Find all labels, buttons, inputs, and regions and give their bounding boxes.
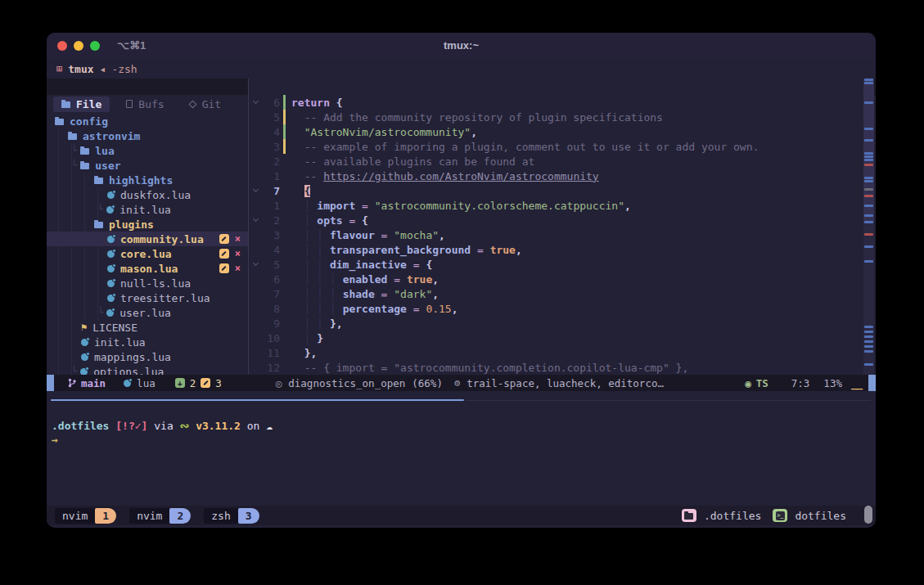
tree-item-core.lua[interactable]: core.lua× bbox=[47, 246, 248, 261]
code-editor[interactable]: 6return {5 -- Add the community reposito… bbox=[249, 79, 863, 375]
code-token: -- Add the community repository of plugi… bbox=[291, 111, 663, 124]
diamond-icon bbox=[188, 100, 196, 108]
code-line[interactable]: 8 │ │ │ percentage = 0.15, bbox=[249, 301, 863, 316]
code-token: , bbox=[432, 288, 439, 300]
code-line[interactable]: 6 │ │ │ enabled = true, bbox=[249, 272, 863, 286]
scroll-mark bbox=[864, 335, 873, 338]
tree-item-highlights[interactable]: highlights bbox=[47, 173, 248, 187]
tree-item-mason.lua[interactable]: mason.lua× bbox=[47, 261, 248, 276]
scrollbar-thumb[interactable] bbox=[863, 79, 874, 223]
modified-badge[interactable] bbox=[219, 249, 229, 259]
code-token: https://github.com/AstroNvim/astrocommun… bbox=[323, 170, 599, 182]
pane-divider-active[interactable] bbox=[51, 399, 464, 401]
code-token bbox=[400, 273, 407, 286]
fold-arrow-icon[interactable] bbox=[249, 263, 262, 265]
tmux-window-2[interactable]: nvim2 bbox=[129, 508, 191, 524]
tree-item-label: core.lua bbox=[120, 248, 172, 260]
code-line[interactable]: 6return { bbox=[249, 95, 863, 110]
explorer-tab-git[interactable]: Git bbox=[181, 97, 229, 112]
tree-item-user.lua[interactable]: └user.lua bbox=[47, 305, 248, 320]
explorer-source-tabs: FileBufsGit bbox=[47, 95, 248, 113]
chevron-down-icon bbox=[252, 187, 258, 192]
code-token: = bbox=[394, 273, 400, 286]
code-line[interactable]: 10 │ } bbox=[249, 331, 863, 345]
tree-item-astronvim[interactable]: astronvim bbox=[47, 128, 248, 143]
tree-item-community.lua[interactable]: community.lua× bbox=[47, 232, 248, 246]
tree-item-plugins[interactable]: plugins bbox=[47, 217, 248, 232]
scrollbar-marks[interactable] bbox=[863, 79, 874, 375]
tree-item-options.lua[interactable]: └options.lua bbox=[47, 364, 248, 375]
code-line[interactable]: 9 │ │ }, bbox=[249, 316, 863, 331]
tmux-status-right: .dotfiles>_dotfiles bbox=[682, 509, 846, 522]
code-line[interactable]: 5 -- Add the community repository of plu… bbox=[249, 110, 863, 124]
code-line[interactable]: 4 │ │ transparent_background = true, bbox=[249, 242, 863, 257]
filetype-label: lua bbox=[137, 377, 156, 389]
tmux-window-1[interactable]: nvim1 bbox=[55, 508, 116, 524]
line-number: 6 bbox=[262, 97, 280, 109]
tree-connector: └ bbox=[71, 160, 77, 171]
tmux-window-list: nvim1nvim2zsh3 bbox=[55, 508, 273, 524]
tmux-window-3[interactable]: zsh3 bbox=[204, 508, 259, 524]
explorer-tab-file[interactable]: File bbox=[53, 97, 110, 112]
code-text: -- { import = "astrocommunity.completion… bbox=[291, 362, 688, 374]
code-token: , bbox=[439, 229, 445, 241]
code-token: }, bbox=[304, 347, 318, 359]
tree-item-config[interactable]: config bbox=[47, 114, 248, 128]
sign-column bbox=[283, 331, 286, 345]
fold-arrow-icon[interactable] bbox=[249, 219, 262, 221]
tree-item-lua[interactable]: └lua bbox=[47, 143, 248, 158]
tree-item-user[interactable]: └user bbox=[47, 158, 248, 173]
buffer-badges: × bbox=[219, 263, 248, 274]
tree-item-duskfox.lua[interactable]: duskfox.lua bbox=[47, 187, 248, 202]
code-line[interactable]: 3 -- example of imporing a plugin, comme… bbox=[249, 139, 863, 154]
code-token: flavour bbox=[330, 229, 375, 241]
code-token: = bbox=[477, 244, 484, 256]
fold-arrow-icon[interactable] bbox=[249, 190, 262, 191]
code-line[interactable]: 12 -- { import = "astrocommunity.complet… bbox=[249, 360, 863, 375]
code-line[interactable]: 1 -- https://github.com/AstroNvim/astroc… bbox=[249, 169, 863, 183]
buffer-badges: × bbox=[219, 233, 248, 245]
code-token: { bbox=[426, 259, 432, 271]
python-icon: ∾ bbox=[180, 419, 190, 432]
session-program: -zsh bbox=[111, 63, 137, 75]
tree-item-LICENSE[interactable]: ⚑LICENSE bbox=[47, 320, 248, 335]
code-line[interactable]: 1 │ import = "astrocommunity.colorscheme… bbox=[249, 198, 863, 213]
code-line[interactable]: 11 }, bbox=[249, 345, 863, 360]
mode-indicator bbox=[47, 375, 54, 391]
tree-item-treesitter.lua[interactable]: treesitter.lua bbox=[47, 290, 248, 305]
tree-item-init.lua[interactable]: init.lua bbox=[47, 335, 248, 349]
explorer-tab-bufs[interactable]: Bufs bbox=[118, 97, 172, 112]
code-line[interactable]: 3 │ │ flavour = "mocha", bbox=[249, 227, 863, 242]
code-line[interactable]: 7 { bbox=[249, 183, 863, 198]
tree-item-init.lua[interactable]: └init.lua bbox=[47, 202, 248, 217]
tree-item-null-ls.lua[interactable]: null-ls.lua bbox=[47, 276, 248, 290]
line-number: 12 bbox=[262, 362, 280, 374]
prompt-on: on bbox=[247, 420, 260, 432]
code-line[interactable]: 2 -- available plugins can be found at bbox=[249, 154, 863, 169]
session-separator: ◂ bbox=[100, 63, 106, 75]
close-icon[interactable]: × bbox=[235, 248, 241, 259]
macos-scrollbar-thumb[interactable] bbox=[864, 506, 872, 524]
code-token: , bbox=[471, 126, 477, 138]
modified-badge[interactable] bbox=[219, 234, 229, 244]
tmux-window-number: 3 bbox=[238, 508, 259, 524]
close-icon[interactable]: × bbox=[235, 233, 241, 245]
code-token bbox=[291, 332, 304, 344]
pane-divider[interactable] bbox=[466, 400, 871, 401]
tree-item-mappings.lua[interactable]: mappings.lua bbox=[47, 349, 248, 364]
scroll-mark bbox=[864, 233, 873, 236]
tmux-session-tab[interactable]: ⊞ tmux ◂ -zsh bbox=[47, 59, 876, 79]
code-token: -- available plugins can be found at bbox=[291, 155, 534, 168]
code-line[interactable]: 5 │ │ dim_inactive = { bbox=[249, 257, 863, 272]
code-token: = bbox=[413, 303, 420, 315]
code-token: } bbox=[317, 332, 323, 344]
fold-arrow-icon[interactable] bbox=[249, 101, 262, 103]
code-line[interactable]: 4 "AstroNvim/astrocommunity", bbox=[249, 124, 863, 139]
modified-badge[interactable] bbox=[219, 263, 229, 273]
code-line[interactable]: 7 │ │ │ shade = "dark", bbox=[249, 286, 863, 301]
scroll-mark bbox=[864, 139, 873, 142]
lua-icon bbox=[107, 250, 115, 258]
code-line[interactable]: 2 │ opts = { bbox=[249, 213, 863, 227]
lua-icon bbox=[124, 380, 131, 387]
close-icon[interactable]: × bbox=[235, 263, 241, 274]
